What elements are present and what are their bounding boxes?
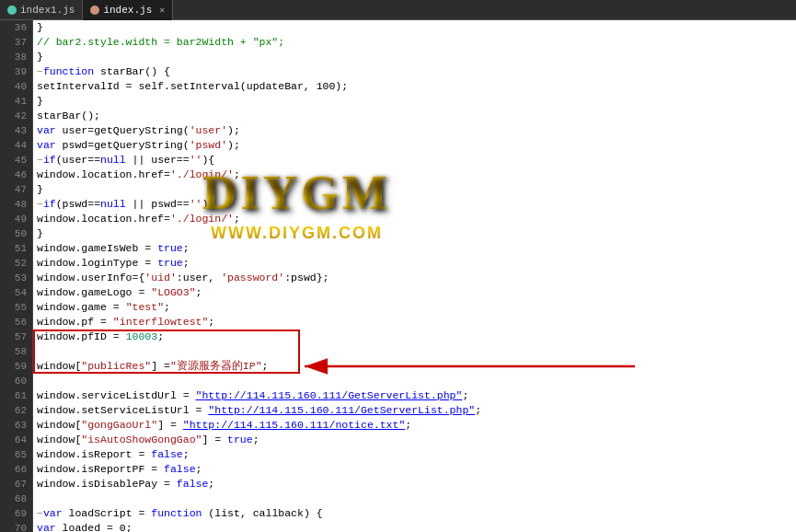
code-line-60 (33, 374, 796, 388)
line-number-63: 63 (6, 418, 27, 433)
line-number-41: 41 (6, 94, 27, 109)
editor: 3637383940414243444546474849505152535455… (0, 20, 796, 532)
line-number-50: 50 (6, 226, 27, 241)
code-area[interactable]: } // bar2.style.width = bar2Width + "px"… (33, 20, 796, 532)
code-line-64: window["isAutoShowGongGao"] = true; (33, 433, 796, 447)
line-number-69: 69 (6, 506, 27, 521)
code-line-58 (33, 344, 796, 359)
line-number-53: 53 (6, 271, 27, 285)
line-number-36: 36 (6, 20, 27, 35)
line-number-65: 65 (6, 447, 27, 462)
line-number-40: 40 (6, 79, 27, 94)
code-line-69: −var loadScript = function (list, callba… (33, 506, 796, 521)
code-line-63: window["gongGaoUrl"] = "http://114.115.1… (33, 418, 796, 433)
code-line-61: window.serviceListdUrl = "http://114.115… (33, 388, 796, 403)
tab-label-index: index.js (103, 5, 152, 16)
code-line-44: var pswd=getQueryString('pswd'); (33, 138, 796, 153)
code-line-68 (33, 492, 796, 506)
line-number-64: 64 (6, 433, 27, 447)
tab-index1[interactable]: index1.js (0, 0, 83, 20)
code-line-47: } (33, 182, 796, 197)
code-line-57: window.pfID = 10003; (33, 330, 796, 344)
code-line-42: starBar(); (33, 109, 796, 123)
close-icon[interactable]: ✕ (159, 5, 165, 16)
code-line-56: window.pf = "interflowtest"; (33, 315, 796, 330)
line-number-62: 62 (6, 403, 27, 418)
line-number-45: 45 (6, 153, 27, 168)
line-number-58: 58 (6, 344, 27, 359)
code-line-45: −if(user==null || user==''){ (33, 153, 796, 168)
code-line-36: } (33, 20, 796, 35)
code-line-46: window.location.href='./login/'; (33, 168, 796, 182)
line-number-54: 54 (6, 285, 27, 300)
code-line-38: } (33, 50, 796, 64)
line-number-70: 70 (6, 521, 27, 532)
code-line-70: var loaded = 0; (33, 521, 796, 532)
code-line-40: setIntervalId = self.setInterval(updateB… (33, 79, 796, 94)
line-number-67: 67 (6, 477, 27, 492)
line-number-46: 46 (6, 168, 27, 182)
code-line-49: window.location.href='./login/'; (33, 212, 796, 226)
code-line-66: window.isReportPF = false; (33, 462, 796, 477)
code-line-50: } (33, 226, 796, 241)
line-number-68: 68 (6, 492, 27, 506)
line-number-47: 47 (6, 182, 27, 197)
code-line-54: window.gameLogo = "LOGO3"; (33, 285, 796, 300)
code-line-52: window.loginType = true; (33, 256, 796, 271)
tab-index[interactable]: index.js ✕ (83, 0, 173, 20)
line-number-66: 66 (6, 462, 27, 477)
code-line-37: // bar2.style.width = bar2Width + "px"; (33, 35, 796, 50)
line-number-48: 48 (6, 197, 27, 212)
code-line-53: window.userInfo={'uid':user, 'password':… (33, 271, 796, 285)
line-number-39: 39 (6, 64, 27, 79)
code-line-48: −if(pswd==null || pswd==''){ (33, 197, 796, 212)
line-number-38: 38 (6, 50, 27, 64)
code-line-41: } (33, 94, 796, 109)
line-number-56: 56 (6, 315, 27, 330)
code-line-65: window.isReport = false; (33, 447, 796, 462)
code-line-59: window["publicRes"] ="资源服务器的IP"; (33, 359, 796, 374)
tab-icon-index (90, 6, 99, 15)
line-number-44: 44 (6, 138, 27, 153)
code-line-43: var user=getQueryString('user'); (33, 123, 796, 138)
line-number-43: 43 (6, 123, 27, 138)
tab-bar: index1.js index.js ✕ (0, 0, 796, 20)
line-number-51: 51 (6, 241, 27, 256)
line-number-37: 37 (6, 35, 27, 50)
line-number-42: 42 (6, 109, 27, 123)
line-numbers: 3637383940414243444546474849505152535455… (0, 20, 33, 532)
tab-icon-index1 (7, 6, 17, 15)
line-number-59: 59 (6, 359, 27, 374)
code-line-67: window.isDisablePay = false; (33, 477, 796, 492)
line-number-49: 49 (6, 212, 27, 226)
code-line-55: window.game = "test"; (33, 300, 796, 315)
code-line-51: window.gameIsWeb = true; (33, 241, 796, 256)
line-number-61: 61 (6, 388, 27, 403)
code-line-39: −function starBar() { (33, 64, 796, 79)
line-number-55: 55 (6, 300, 27, 315)
line-number-57: 57 (6, 330, 27, 344)
tab-label-index1: index1.js (20, 5, 75, 16)
code-line-62: window.setServiceListUrl = "http://114.1… (33, 403, 796, 418)
line-number-60: 60 (6, 374, 27, 388)
line-number-52: 52 (6, 256, 27, 271)
